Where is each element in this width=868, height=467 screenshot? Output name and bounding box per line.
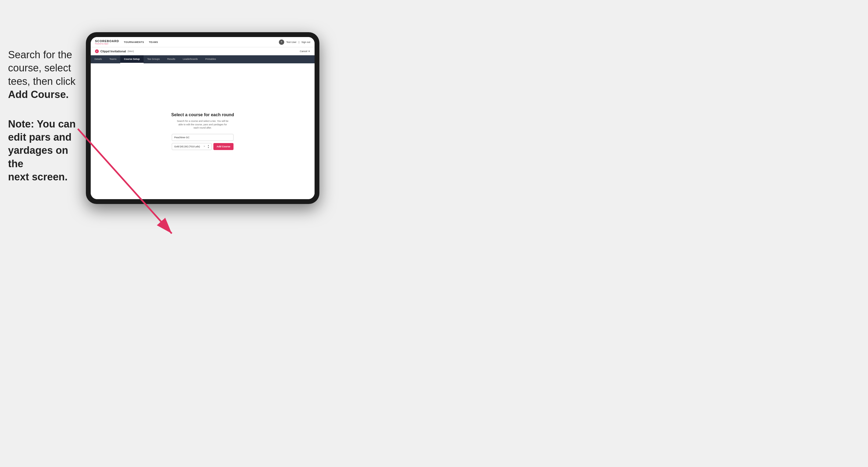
annotation-note: Note: You canedit pars andyardages on th… <box>8 118 86 184</box>
user-name: Test User <box>286 41 297 43</box>
tablet-frame: SCOREBOARD Powered by clippd TOURNAMENTS… <box>86 32 319 204</box>
logo-text: SCOREBOARD <box>95 40 119 43</box>
content-title: Select a course for each round <box>171 113 234 117</box>
main-content: Select a course for each round Search fo… <box>91 63 315 199</box>
tournament-title-area: C Clippd Invitational (Men) <box>95 50 134 53</box>
tee-row: Gold (M) (M) (7010 yds) ✕ ▲ ▼ Add Course <box>172 143 234 150</box>
tee-value: Gold (M) (M) (7010 yds) <box>174 145 200 148</box>
tournament-gender: (Men) <box>127 50 134 53</box>
user-avatar: T <box>279 39 284 45</box>
nav-separator: | <box>299 41 299 43</box>
content-subtitle: Search for a course and select a tee. Yo… <box>176 119 229 130</box>
nav-right: T Test User | Sign out <box>279 39 310 45</box>
tee-select[interactable]: Gold (M) (M) (7010 yds) ✕ ▲ ▼ <box>172 143 212 150</box>
nav-left: SCOREBOARD Powered by clippd TOURNAMENTS… <box>95 40 158 44</box>
annotation-block: Search for thecourse, selecttees, then c… <box>8 48 86 184</box>
tab-results[interactable]: Results <box>163 55 179 63</box>
cancel-label: Cancel <box>300 50 307 53</box>
tee-arrow-down[interactable]: ▼ <box>208 147 209 148</box>
nav-teams[interactable]: TEAMS <box>149 41 158 43</box>
cancel-icon: ✕ <box>308 50 310 53</box>
tournament-header: C Clippd Invitational (Men) Cancel ✕ <box>91 47 315 55</box>
tab-printables[interactable]: Printables <box>202 55 220 63</box>
tab-course-setup[interactable]: Course Setup <box>120 55 144 63</box>
nav-tournaments[interactable]: TOURNAMENTS <box>124 41 144 43</box>
add-course-button[interactable]: Add Course <box>213 143 234 150</box>
cancel-button[interactable]: Cancel ✕ <box>300 50 310 53</box>
sign-out-link[interactable]: Sign out <box>302 41 310 43</box>
annotation-bold: Add Course. <box>8 89 69 100</box>
tab-tee-groups[interactable]: Tee Groups <box>144 55 164 63</box>
tab-teams[interactable]: Teams <box>106 55 121 63</box>
tournament-icon: C <box>95 50 99 53</box>
tablet-screen: SCOREBOARD Powered by clippd TOURNAMENTS… <box>91 37 315 199</box>
tab-bar: Details Teams Course Setup Tee Groups Re… <box>91 55 315 63</box>
logo-sub: Powered by clippd <box>95 43 119 44</box>
course-search-input[interactable] <box>172 134 234 141</box>
tee-arrows[interactable]: ▲ ▼ <box>208 145 209 148</box>
tee-clear-icon[interactable]: ✕ <box>204 145 205 148</box>
tab-details[interactable]: Details <box>91 55 106 63</box>
tournament-name: Clippd Invitational <box>100 50 126 53</box>
top-nav: SCOREBOARD Powered by clippd TOURNAMENTS… <box>91 37 315 47</box>
annotation-text: Search for thecourse, selecttees, then c… <box>8 49 75 100</box>
logo-area: SCOREBOARD Powered by clippd <box>95 40 119 44</box>
tab-leaderboards[interactable]: Leaderboards <box>179 55 202 63</box>
tee-arrow-up[interactable]: ▲ <box>208 145 209 146</box>
